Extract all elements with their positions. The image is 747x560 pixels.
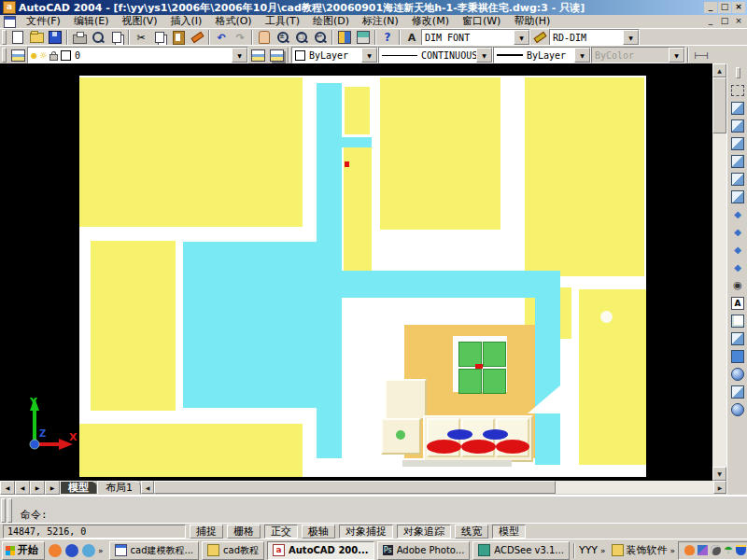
task-button-autocad[interactable]: a AutoCAD 200... bbox=[267, 541, 374, 560]
scroll-down-button[interactable]: ▼ bbox=[712, 467, 726, 481]
yyy-chevron-icon[interactable]: » bbox=[600, 546, 606, 555]
combo-arrow-icon[interactable]: ▼ bbox=[623, 30, 639, 45]
layer-on-bulb-icon[interactable]: ● bbox=[31, 50, 37, 61]
zoom-previous-button[interactable]: ↩ bbox=[311, 30, 330, 45]
flat-shaded-button[interactable] bbox=[728, 347, 747, 365]
make-object-layer-button[interactable] bbox=[248, 48, 267, 63]
layer-thaw-sun-icon[interactable]: ☼ bbox=[39, 50, 48, 61]
toolbar-grip[interactable] bbox=[2, 48, 7, 63]
doc-restore-button[interactable]: □ bbox=[718, 16, 731, 27]
layer-manager-button[interactable] bbox=[8, 48, 27, 63]
top-view-button[interactable] bbox=[728, 99, 747, 117]
flat-edges-button[interactable] bbox=[728, 383, 747, 400]
dim-style-button[interactable] bbox=[530, 30, 549, 45]
front-view-button[interactable] bbox=[728, 170, 747, 188]
3d-wireframe-button[interactable] bbox=[728, 312, 747, 329]
status-toggle-model[interactable]: 模型 bbox=[492, 525, 526, 539]
start-button[interactable]: 开始 bbox=[2, 541, 45, 560]
task-button-acdsee[interactable]: ACDSee v3.1... bbox=[472, 541, 570, 560]
tray-firewall-shield-icon[interactable] bbox=[736, 545, 746, 555]
toolbar-grip[interactable] bbox=[2, 30, 7, 45]
zoom-window-button[interactable]: □ bbox=[292, 30, 311, 45]
status-toggle-osnap[interactable]: 对象捕捉 bbox=[339, 525, 393, 539]
status-toggle-snap[interactable]: 捕捉 bbox=[190, 525, 223, 539]
redo-button[interactable]: ↷ bbox=[231, 30, 249, 45]
se-isometric-button[interactable]: ◆ bbox=[728, 223, 747, 241]
combo-arrow-icon[interactable]: ▼ bbox=[574, 48, 590, 63]
camera-view-button[interactable]: ◉ bbox=[728, 276, 747, 294]
help-button[interactable]: ? bbox=[378, 30, 397, 45]
undo-button[interactable]: ↶ bbox=[212, 30, 231, 45]
decor-chevron-icon[interactable]: » bbox=[670, 546, 676, 555]
color-combo[interactable]: ByLayer ▼ bbox=[291, 47, 378, 63]
left-view-button[interactable] bbox=[728, 134, 747, 152]
horizontal-scrollbar[interactable]: ◀ ▶ bbox=[141, 481, 726, 494]
vertical-scrollbar[interactable]: ▲ ▼ bbox=[712, 63, 726, 481]
quicklaunch-messenger-icon[interactable] bbox=[82, 544, 95, 557]
bottom-view-button[interactable] bbox=[728, 117, 747, 134]
quicklaunch-browser-icon[interactable] bbox=[65, 544, 78, 557]
designcenter-button[interactable] bbox=[354, 30, 373, 45]
copy-button[interactable] bbox=[150, 30, 169, 45]
autocad-app-icon[interactable]: a bbox=[3, 1, 16, 14]
combo-arrow-icon[interactable]: ▼ bbox=[361, 48, 377, 63]
status-toggle-ortho[interactable]: 正交 bbox=[264, 525, 298, 539]
match-properties-button[interactable] bbox=[188, 30, 206, 45]
tray-player-icon[interactable] bbox=[684, 545, 695, 555]
tray-antivirus-umbrella-icon[interactable]: ☂ bbox=[724, 545, 733, 555]
close-button[interactable]: × bbox=[732, 2, 745, 13]
drawing-document-icon[interactable] bbox=[4, 16, 16, 28]
tray-update-icon[interactable] bbox=[711, 545, 721, 555]
properties-palette-button[interactable] bbox=[335, 30, 354, 45]
cut-button[interactable]: ✂ bbox=[132, 30, 150, 45]
minimize-button[interactable]: _ bbox=[704, 2, 717, 13]
plot-preview-button[interactable] bbox=[89, 30, 107, 45]
layer-lock-icon[interactable] bbox=[49, 54, 58, 61]
vscroll-thumb[interactable] bbox=[712, 77, 726, 133]
dim-style-combo[interactable]: RD-DIM ▼ bbox=[549, 29, 640, 46]
combo-arrow-icon[interactable]: ▼ bbox=[232, 48, 247, 63]
task-button-photoshop[interactable]: Ps Adobe Photo... bbox=[377, 541, 471, 560]
scroll-left-button[interactable]: ◀ bbox=[141, 481, 154, 494]
menu-help[interactable]: 帮助(H) bbox=[507, 15, 557, 28]
menu-view[interactable]: 视图(V) bbox=[115, 15, 163, 28]
menu-format[interactable]: 格式(O) bbox=[208, 15, 258, 28]
lineweight-combo[interactable]: ByLayer ▼ bbox=[493, 47, 591, 63]
menu-insert[interactable]: 插入(I) bbox=[164, 15, 209, 28]
task-button-cad-tutorial-folder[interactable]: cad教程 bbox=[202, 541, 264, 560]
2d-wireframe-button[interactable]: A bbox=[728, 294, 747, 312]
menu-dimension[interactable]: 标注(N) bbox=[356, 15, 405, 28]
menu-tools[interactable]: 工具(T) bbox=[259, 15, 306, 28]
scroll-right-button[interactable]: ▶ bbox=[713, 481, 726, 494]
layer-previous-button[interactable] bbox=[267, 48, 286, 63]
doc-close-button[interactable]: × bbox=[732, 16, 745, 27]
plot-button[interactable] bbox=[70, 30, 89, 45]
menu-edit[interactable]: 编辑(E) bbox=[67, 15, 116, 28]
taskbar-toolbar-decor[interactable]: 装饰软件 bbox=[627, 543, 668, 557]
command-window[interactable]: 命令: bbox=[0, 495, 747, 525]
quicklaunch-player-icon[interactable] bbox=[49, 544, 62, 557]
task-button-cad-modeling-tutorial[interactable]: cad建模教程... bbox=[109, 541, 200, 560]
command-window-grip[interactable] bbox=[7, 498, 12, 523]
doc-minimize-button[interactable]: _ bbox=[704, 16, 717, 27]
paste-button[interactable] bbox=[169, 30, 188, 45]
combo-arrow-icon[interactable]: ▼ bbox=[514, 30, 529, 45]
toolbar-grip[interactable] bbox=[736, 67, 740, 78]
tab-last-button[interactable]: ▶ bbox=[45, 481, 60, 495]
command-window-grip[interactable] bbox=[1, 498, 6, 523]
layer-color-swatch[interactable] bbox=[61, 50, 71, 61]
right-view-button[interactable] bbox=[728, 152, 747, 170]
tab-layout1[interactable]: 布局1 bbox=[97, 481, 141, 494]
tray-im-icon[interactable] bbox=[698, 545, 708, 555]
pan-button[interactable] bbox=[255, 30, 274, 45]
tab-first-button[interactable]: ◀ bbox=[0, 481, 15, 495]
scroll-up-button[interactable]: ▲ bbox=[712, 63, 726, 77]
tab-model[interactable]: 模型 bbox=[60, 481, 97, 494]
text-style-button[interactable]: A bbox=[402, 30, 421, 45]
linetype-combo[interactable]: CONTINUOUS ▼ bbox=[378, 47, 493, 63]
text-style-combo[interactable]: DIM_FONT ▼ bbox=[421, 29, 530, 46]
hscroll-thumb[interactable] bbox=[154, 481, 556, 494]
status-toggle-otrack[interactable]: 对象追踪 bbox=[397, 525, 451, 539]
nw-isometric-button[interactable]: ◆ bbox=[728, 259, 747, 276]
taskbar-toolbar-yyy[interactable]: YYY bbox=[579, 544, 598, 556]
